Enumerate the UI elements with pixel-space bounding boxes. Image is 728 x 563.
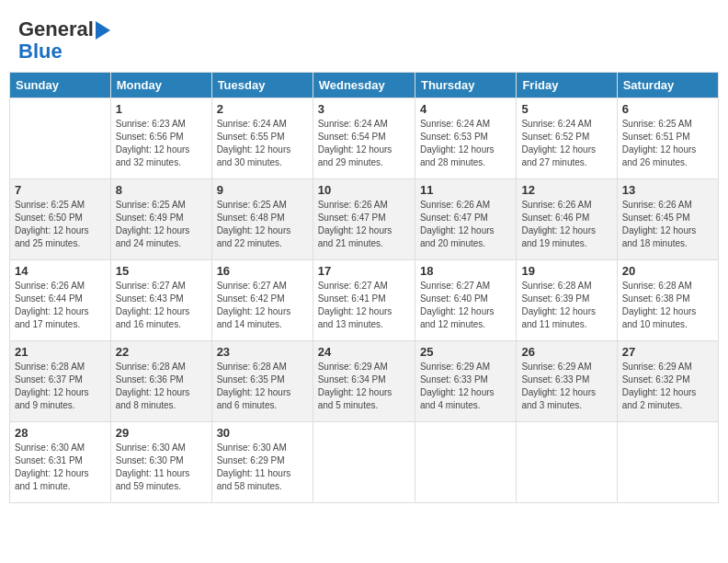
day-info: Sunrise: 6:27 AM Sunset: 6:41 PM Dayligh… (318, 280, 410, 331)
weekday-header-thursday: Thursday (415, 73, 516, 98)
weekday-header-friday: Friday (517, 73, 617, 98)
day-number: 30 (217, 426, 308, 440)
calendar-cell: 13Sunrise: 6:26 AM Sunset: 6:45 PM Dayli… (617, 179, 718, 260)
day-info: Sunrise: 6:26 AM Sunset: 6:47 PM Dayligh… (318, 199, 410, 250)
day-number: 18 (420, 264, 511, 278)
calendar-week-4: 21Sunrise: 6:28 AM Sunset: 6:37 PM Dayli… (10, 341, 719, 422)
day-info: Sunrise: 6:24 AM Sunset: 6:52 PM Dayligh… (521, 118, 611, 169)
day-number: 7 (15, 183, 106, 197)
calendar-cell: 29Sunrise: 6:30 AM Sunset: 6:30 PM Dayli… (110, 422, 211, 503)
calendar-cell: 12Sunrise: 6:26 AM Sunset: 6:46 PM Dayli… (517, 179, 617, 260)
day-number: 25 (420, 345, 511, 359)
logo: General Blue (18, 18, 110, 63)
calendar-cell: 27Sunrise: 6:29 AM Sunset: 6:32 PM Dayli… (617, 341, 718, 422)
day-number: 20 (622, 264, 713, 278)
calendar-cell: 19Sunrise: 6:28 AM Sunset: 6:39 PM Dayli… (517, 260, 617, 341)
day-info: Sunrise: 6:25 AM Sunset: 6:48 PM Dayligh… (217, 199, 308, 250)
calendar-cell: 20Sunrise: 6:28 AM Sunset: 6:38 PM Dayli… (617, 260, 718, 341)
calendar-cell: 7Sunrise: 6:25 AM Sunset: 6:50 PM Daylig… (10, 179, 111, 260)
day-number: 29 (116, 426, 207, 440)
day-info: Sunrise: 6:26 AM Sunset: 6:44 PM Dayligh… (15, 280, 106, 331)
day-info: Sunrise: 6:23 AM Sunset: 6:56 PM Dayligh… (116, 118, 207, 169)
day-number: 15 (116, 264, 207, 278)
day-number: 3 (318, 102, 410, 116)
calendar-cell: 3Sunrise: 6:24 AM Sunset: 6:54 PM Daylig… (313, 98, 415, 179)
day-info: Sunrise: 6:26 AM Sunset: 6:45 PM Dayligh… (622, 199, 713, 250)
day-info: Sunrise: 6:28 AM Sunset: 6:39 PM Dayligh… (521, 280, 611, 331)
logo-blue: Blue (18, 40, 63, 63)
calendar-cell: 17Sunrise: 6:27 AM Sunset: 6:41 PM Dayli… (313, 260, 415, 341)
calendar-cell: 23Sunrise: 6:28 AM Sunset: 6:35 PM Dayli… (211, 341, 313, 422)
day-number: 10 (318, 183, 410, 197)
day-number: 16 (217, 264, 308, 278)
day-info: Sunrise: 6:25 AM Sunset: 6:51 PM Dayligh… (622, 118, 713, 169)
day-info: Sunrise: 6:26 AM Sunset: 6:46 PM Dayligh… (521, 199, 611, 250)
day-info: Sunrise: 6:27 AM Sunset: 6:40 PM Dayligh… (420, 280, 511, 331)
calendar-cell (313, 422, 415, 503)
day-number: 12 (521, 183, 611, 197)
day-number: 14 (15, 264, 106, 278)
calendar-week-3: 14Sunrise: 6:26 AM Sunset: 6:44 PM Dayli… (10, 260, 719, 341)
page-header: General Blue (9, 9, 719, 67)
calendar-cell: 14Sunrise: 6:26 AM Sunset: 6:44 PM Dayli… (10, 260, 111, 341)
day-info: Sunrise: 6:25 AM Sunset: 6:50 PM Dayligh… (15, 199, 106, 250)
calendar-cell: 30Sunrise: 6:30 AM Sunset: 6:29 PM Dayli… (211, 422, 313, 503)
calendar-cell: 5Sunrise: 6:24 AM Sunset: 6:52 PM Daylig… (517, 98, 617, 179)
calendar-cell: 16Sunrise: 6:27 AM Sunset: 6:42 PM Dayli… (211, 260, 313, 341)
calendar-cell: 10Sunrise: 6:26 AM Sunset: 6:47 PM Dayli… (313, 179, 415, 260)
day-info: Sunrise: 6:28 AM Sunset: 6:35 PM Dayligh… (217, 361, 308, 412)
day-info: Sunrise: 6:27 AM Sunset: 6:42 PM Dayligh… (217, 280, 308, 331)
calendar-cell (415, 422, 516, 503)
calendar-cell: 6Sunrise: 6:25 AM Sunset: 6:51 PM Daylig… (617, 98, 718, 179)
calendar-cell: 22Sunrise: 6:28 AM Sunset: 6:36 PM Dayli… (110, 341, 211, 422)
day-number: 8 (116, 183, 207, 197)
day-info: Sunrise: 6:28 AM Sunset: 6:38 PM Dayligh… (622, 280, 713, 331)
calendar-cell: 1Sunrise: 6:23 AM Sunset: 6:56 PM Daylig… (110, 98, 211, 179)
calendar-header-row: SundayMondayTuesdayWednesdayThursdayFrid… (10, 73, 719, 98)
day-number: 17 (318, 264, 410, 278)
day-info: Sunrise: 6:28 AM Sunset: 6:36 PM Dayligh… (116, 361, 207, 412)
day-info: Sunrise: 6:29 AM Sunset: 6:34 PM Dayligh… (318, 361, 410, 412)
calendar-week-1: 1Sunrise: 6:23 AM Sunset: 6:56 PM Daylig… (10, 98, 719, 179)
weekday-header-tuesday: Tuesday (211, 73, 313, 98)
day-info: Sunrise: 6:26 AM Sunset: 6:47 PM Dayligh… (420, 199, 511, 250)
day-number: 11 (420, 183, 511, 197)
day-info: Sunrise: 6:25 AM Sunset: 6:49 PM Dayligh… (116, 199, 207, 250)
day-info: Sunrise: 6:24 AM Sunset: 6:54 PM Dayligh… (318, 118, 410, 169)
day-number: 26 (521, 345, 611, 359)
day-info: Sunrise: 6:28 AM Sunset: 6:37 PM Dayligh… (15, 361, 106, 412)
calendar-week-5: 28Sunrise: 6:30 AM Sunset: 6:31 PM Dayli… (10, 422, 719, 503)
weekday-header-monday: Monday (110, 73, 211, 98)
day-number: 1 (116, 102, 207, 116)
logo-text: General (18, 18, 110, 40)
day-number: 23 (217, 345, 308, 359)
calendar-cell (10, 98, 111, 179)
calendar-table: SundayMondayTuesdayWednesdayThursdayFrid… (9, 72, 719, 503)
day-number: 19 (521, 264, 611, 278)
calendar-week-2: 7Sunrise: 6:25 AM Sunset: 6:50 PM Daylig… (10, 179, 719, 260)
weekday-header-saturday: Saturday (617, 73, 718, 98)
day-number: 22 (116, 345, 207, 359)
day-number: 24 (318, 345, 410, 359)
day-number: 21 (15, 345, 106, 359)
day-info: Sunrise: 6:30 AM Sunset: 6:29 PM Dayligh… (217, 442, 308, 493)
day-number: 9 (217, 183, 308, 197)
calendar-cell: 4Sunrise: 6:24 AM Sunset: 6:53 PM Daylig… (415, 98, 516, 179)
day-info: Sunrise: 6:29 AM Sunset: 6:33 PM Dayligh… (521, 361, 611, 412)
calendar-cell: 2Sunrise: 6:24 AM Sunset: 6:55 PM Daylig… (211, 98, 313, 179)
calendar-cell: 24Sunrise: 6:29 AM Sunset: 6:34 PM Dayli… (313, 341, 415, 422)
calendar-cell: 11Sunrise: 6:26 AM Sunset: 6:47 PM Dayli… (415, 179, 516, 260)
day-number: 27 (622, 345, 713, 359)
calendar-cell (517, 422, 617, 503)
day-info: Sunrise: 6:24 AM Sunset: 6:55 PM Dayligh… (217, 118, 308, 169)
calendar-cell: 18Sunrise: 6:27 AM Sunset: 6:40 PM Dayli… (415, 260, 516, 341)
day-info: Sunrise: 6:30 AM Sunset: 6:30 PM Dayligh… (116, 442, 207, 493)
day-number: 5 (521, 102, 611, 116)
calendar-cell: 26Sunrise: 6:29 AM Sunset: 6:33 PM Dayli… (517, 341, 617, 422)
day-number: 13 (622, 183, 713, 197)
calendar-cell: 8Sunrise: 6:25 AM Sunset: 6:49 PM Daylig… (110, 179, 211, 260)
day-info: Sunrise: 6:24 AM Sunset: 6:53 PM Dayligh… (420, 118, 511, 169)
calendar-cell: 25Sunrise: 6:29 AM Sunset: 6:33 PM Dayli… (415, 341, 516, 422)
weekday-header-wednesday: Wednesday (313, 73, 415, 98)
calendar-body: 1Sunrise: 6:23 AM Sunset: 6:56 PM Daylig… (10, 98, 719, 503)
